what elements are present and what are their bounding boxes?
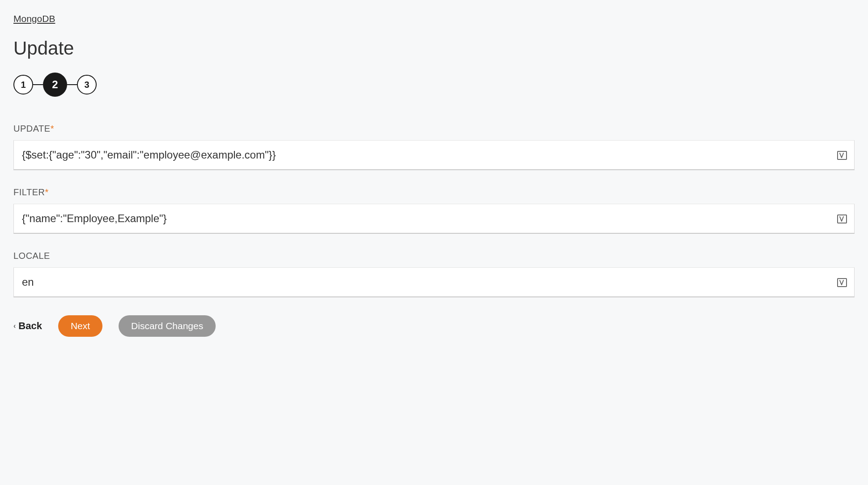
variable-icon[interactable]	[837, 214, 847, 224]
locale-label: LOCALE	[13, 251, 855, 261]
step-connector	[33, 84, 43, 85]
field-update: UPDATE*	[13, 124, 855, 170]
variable-icon[interactable]	[837, 150, 847, 161]
filter-label-text: FILTER	[13, 187, 45, 197]
required-star: *	[45, 187, 48, 197]
step-3[interactable]: 3	[77, 75, 97, 94]
step-1[interactable]: 1	[13, 75, 33, 94]
filter-label: FILTER*	[13, 187, 855, 197]
field-filter: FILTER*	[13, 187, 855, 234]
filter-input-wrapper	[13, 204, 855, 234]
step-2[interactable]: 2	[43, 73, 67, 97]
back-label: Back	[18, 320, 42, 332]
page-title: Update	[13, 38, 855, 59]
locale-input[interactable]	[13, 267, 855, 297]
chevron-left-icon: ‹	[13, 322, 16, 330]
discard-button[interactable]: Discard Changes	[119, 315, 216, 337]
locale-input-wrapper	[13, 267, 855, 297]
update-input[interactable]	[13, 140, 855, 170]
update-label-text: UPDATE	[13, 124, 51, 133]
stepper: 1 2 3	[13, 73, 855, 97]
filter-input[interactable]	[13, 204, 855, 234]
field-locale: LOCALE	[13, 251, 855, 297]
variable-icon[interactable]	[837, 277, 847, 288]
locale-label-text: LOCALE	[13, 251, 50, 261]
update-label: UPDATE*	[13, 124, 855, 134]
breadcrumb-link[interactable]: MongoDB	[13, 13, 55, 24]
actions-row: ‹ Back Next Discard Changes	[13, 315, 855, 337]
update-input-wrapper	[13, 140, 855, 170]
required-star: *	[51, 124, 54, 133]
step-connector	[67, 84, 77, 85]
back-button[interactable]: ‹ Back	[13, 320, 42, 332]
next-button[interactable]: Next	[58, 315, 102, 337]
